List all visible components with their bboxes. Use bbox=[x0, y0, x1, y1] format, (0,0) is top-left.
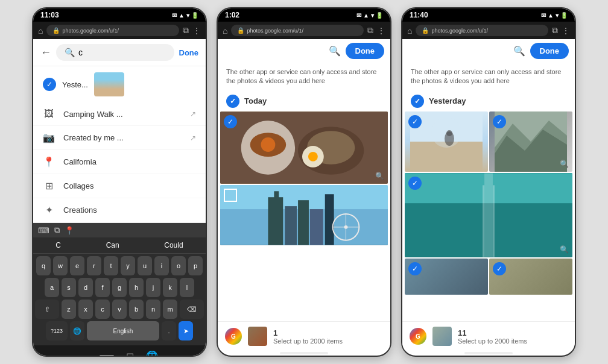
count-section-2: 1 Select up to 2000 items bbox=[273, 328, 343, 345]
suggestion-california[interactable]: 📍 California bbox=[33, 150, 206, 174]
key-c[interactable]: c bbox=[95, 300, 110, 319]
suggestion-camping[interactable]: 🖼 Camping Walk ... ↗ bbox=[33, 102, 206, 126]
browser-bar-3: ⌂ 🔒 photos.google.com/u/1/ ⧉ ⋮ bbox=[402, 22, 575, 39]
search-icon-2[interactable]: 🔍 bbox=[329, 45, 341, 57]
key-p[interactable]: p bbox=[188, 256, 203, 275]
key-q[interactable]: q bbox=[36, 256, 51, 275]
key-e[interactable]: e bbox=[70, 256, 84, 275]
food-photo[interactable]: ✓ 🔍 bbox=[220, 111, 388, 184]
suggestion-created[interactable]: 📷 Created by me ... ↗ bbox=[33, 126, 206, 150]
key-z[interactable]: z bbox=[62, 300, 76, 319]
key-shift[interactable]: ⇧ bbox=[35, 300, 59, 319]
word-c[interactable]: C bbox=[55, 241, 61, 249]
suggestion-collages-text: Collages bbox=[63, 181, 196, 190]
url-box-3[interactable]: 🔒 photos.google.com/u/1/ bbox=[416, 25, 548, 36]
done-button-2[interactable]: Done bbox=[346, 43, 385, 59]
home-icon-2[interactable]: ⌂ bbox=[223, 26, 227, 36]
yesterday-label: Yeste... bbox=[62, 80, 88, 89]
arrow-icon-created: ↗ bbox=[190, 134, 196, 142]
key-n[interactable]: n bbox=[146, 300, 160, 319]
battery-icon: 🔋 bbox=[191, 12, 198, 19]
key-f[interactable]: f bbox=[95, 278, 110, 297]
key-a[interactable]: a bbox=[45, 278, 59, 297]
section-header-3: ✓ Yesterday bbox=[402, 91, 575, 111]
home-icon[interactable]: ⌂ bbox=[38, 26, 43, 36]
search-box[interactable]: 🔍 bbox=[56, 44, 174, 61]
photo-row-1: ✓ ✓ 🔍 bbox=[405, 111, 572, 172]
suggestion-collages[interactable]: ⊞ Collages bbox=[33, 174, 206, 198]
nav-back[interactable]: ⌵ bbox=[81, 350, 87, 357]
key-123[interactable]: ?123 bbox=[46, 321, 68, 340]
key-period[interactable]: . bbox=[162, 321, 176, 340]
zoom-rock: 🔍 bbox=[560, 160, 569, 168]
more-icon-2[interactable]: ⋮ bbox=[377, 26, 385, 36]
suggestion-california-text: California bbox=[63, 157, 196, 166]
beach-photo[interactable]: ✓ bbox=[405, 111, 488, 172]
key-j[interactable]: j bbox=[146, 278, 160, 297]
check-beach: ✓ bbox=[408, 115, 422, 128]
key-x[interactable]: x bbox=[78, 300, 93, 319]
key-space[interactable]: English bbox=[87, 321, 159, 340]
key-globe[interactable]: 🌐 bbox=[70, 321, 84, 340]
svg-point-7 bbox=[308, 152, 318, 162]
search-icon-3[interactable]: 🔍 bbox=[513, 45, 525, 57]
city-photo[interactable] bbox=[220, 185, 388, 245]
key-y[interactable]: y bbox=[121, 256, 135, 275]
search-input[interactable] bbox=[78, 48, 115, 57]
small-thumb-2[interactable]: ✓ bbox=[489, 259, 572, 295]
more-icon[interactable]: ⋮ bbox=[192, 26, 201, 36]
google-logo-2: G bbox=[225, 328, 242, 345]
key-v[interactable]: v bbox=[112, 300, 127, 319]
done-button-3[interactable]: Done bbox=[530, 43, 569, 59]
key-s[interactable]: s bbox=[62, 278, 76, 297]
small-thumb-row: ✓ ✓ bbox=[405, 259, 572, 295]
key-u[interactable]: u bbox=[138, 256, 152, 275]
info-text-3: The other app or service can only access… bbox=[402, 63, 575, 91]
bottom-bar-2: G 1 Select up to 2000 items bbox=[218, 321, 390, 351]
nav-globe[interactable]: 🌐 bbox=[146, 350, 158, 357]
small-thumb-1[interactable]: ✓ bbox=[405, 259, 488, 295]
key-backspace[interactable]: ⌫ bbox=[180, 300, 204, 319]
word-could[interactable]: Could bbox=[164, 241, 183, 249]
back-button[interactable]: ← bbox=[40, 46, 51, 59]
bottom-indicator-2 bbox=[280, 352, 328, 354]
key-enter[interactable]: ➤ bbox=[179, 321, 193, 340]
time-1: 11:03 bbox=[40, 11, 59, 19]
tabs-icon[interactable]: ⧉ bbox=[183, 25, 189, 36]
status-icons-2: ✉ ▲ ▾ 🔋 bbox=[356, 12, 383, 19]
url-box-1[interactable]: 🔒 photos.google.com/u/1/ bbox=[46, 25, 179, 36]
count-2: 1 bbox=[273, 328, 343, 337]
home-indicator bbox=[100, 355, 114, 357]
key-m[interactable]: m bbox=[163, 300, 177, 319]
key-l[interactable]: l bbox=[180, 278, 194, 297]
key-h[interactable]: h bbox=[129, 278, 144, 297]
tabs-icon-2[interactable]: ⧉ bbox=[367, 25, 373, 36]
done-button-1[interactable]: Done bbox=[179, 48, 199, 57]
more-icon-3[interactable]: ⋮ bbox=[562, 26, 570, 36]
url-box-2[interactable]: 🔒 photos.google.com/u/1/ bbox=[231, 25, 364, 36]
suggestion-creations[interactable]: ✦ Creations bbox=[33, 198, 206, 222]
check-food: ✓ bbox=[224, 115, 237, 128]
section-label-3: Yesterday bbox=[429, 96, 466, 105]
key-w[interactable]: w bbox=[53, 256, 68, 275]
word-can[interactable]: Can bbox=[106, 241, 119, 249]
battery-icon-3: 🔋 bbox=[560, 12, 568, 19]
suggestions-dropdown: 🖼 Camping Walk ... ↗ 📷 Created by me ...… bbox=[33, 102, 206, 223]
key-k[interactable]: k bbox=[163, 278, 177, 297]
tabs-icon-3[interactable]: ⧉ bbox=[552, 25, 558, 36]
key-o[interactable]: o bbox=[171, 256, 186, 275]
rock-photo[interactable]: ✓ 🔍 bbox=[489, 111, 572, 172]
key-r[interactable]: r bbox=[87, 256, 101, 275]
yesterday-thumb bbox=[94, 72, 124, 96]
home-icon-3[interactable]: ⌂ bbox=[407, 26, 412, 36]
food-bg bbox=[220, 111, 388, 184]
ocean-photo[interactable]: ✓ 🔍 bbox=[405, 173, 572, 257]
key-g[interactable]: g bbox=[112, 278, 127, 297]
svg-rect-30 bbox=[484, 173, 493, 257]
nav-recents[interactable]: ◻ bbox=[126, 350, 134, 357]
key-d[interactable]: d bbox=[78, 278, 93, 297]
select-city[interactable] bbox=[224, 189, 237, 202]
key-b[interactable]: b bbox=[129, 300, 144, 319]
key-i[interactable]: i bbox=[154, 256, 169, 275]
key-t[interactable]: t bbox=[104, 256, 118, 275]
